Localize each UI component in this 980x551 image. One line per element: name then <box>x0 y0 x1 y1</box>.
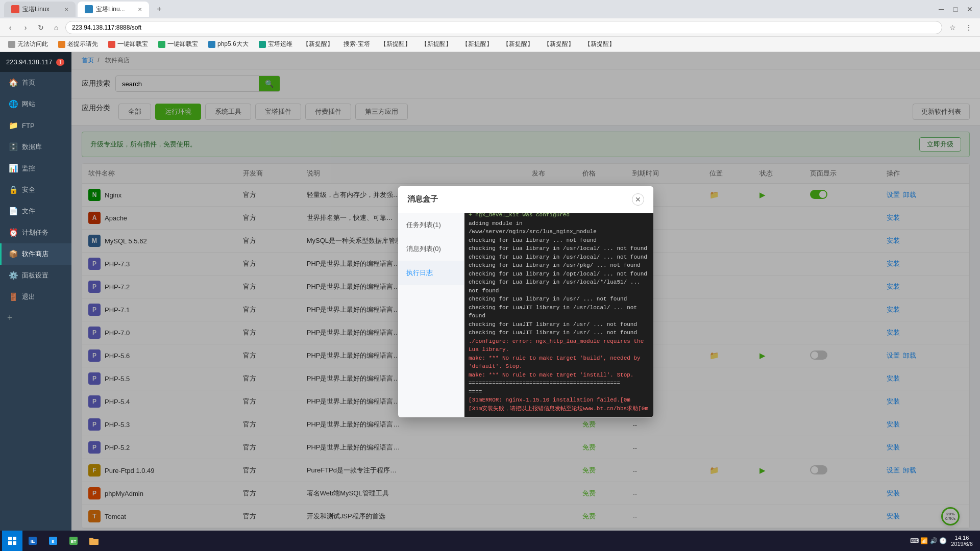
log-line: adding module in /www/server/nginx/src/l… <box>469 219 649 236</box>
address-bar[interactable] <box>65 21 942 34</box>
software-icon: 📦 <box>9 249 18 259</box>
restore-button[interactable]: □ <box>949 3 962 15</box>
taskbar-icon-3[interactable]: BT <box>64 532 83 550</box>
browser-tab-2[interactable]: 宝塔Linu... ✕ <box>78 2 149 17</box>
browser-chrome: 宝塔Linux ✕ 宝塔Linu... ✕ + ─ □ ✕ ‹ › ↻ ⌂ ☆ … <box>0 0 980 37</box>
tab-close-2[interactable]: ✕ <box>138 7 142 12</box>
sidebar-item-software[interactable]: 📦 软件商店 <box>0 243 71 265</box>
sidebar-item-logout[interactable]: 🚪 退出 <box>0 286 71 308</box>
svg-rect-0 <box>8 537 12 540</box>
taskbar-icon-1[interactable]: IE <box>23 532 42 550</box>
taskbar: IE E BT ⌨ 📶 🔊 🕐 14:16 2019/6/6 <box>0 531 980 551</box>
modal-close-button[interactable]: ✕ <box>632 193 644 206</box>
taskbar-icon-folder[interactable] <box>85 532 103 550</box>
content-area: 首页 / 软件商店 应用搜索 🔍 应用分类 全部 运行环境 系统工具 宝塔插件 … <box>71 52 980 551</box>
sidebar-item-ftp[interactable]: 📁 FTP <box>0 115 71 136</box>
refresh-button[interactable]: ↻ <box>35 21 47 34</box>
modal-body: 任务列表(1) 消息列表(0) 执行日志 checking for POSIX … <box>398 213 653 417</box>
back-button[interactable]: ‹ <box>4 21 16 34</box>
log-line: checking for Lua library in /usr/local/ … <box>469 244 649 253</box>
start-button[interactable] <box>2 531 22 551</box>
log-line: checking for Lua library in /usr/ ... no… <box>469 295 649 304</box>
log-line: checking for Lua library ... not found <box>469 236 649 245</box>
svg-rect-2 <box>8 541 12 545</box>
forward-button[interactable]: › <box>19 21 32 34</box>
modal-nav-log[interactable]: 执行日志 <box>398 261 464 285</box>
browser-nav: ‹ › ↻ ⌂ ☆ ⋮ <box>0 18 980 37</box>
bookmark-14[interactable]: 【新提醒】 <box>580 38 619 50</box>
sidebar-item-database[interactable]: 🗄️ 数据库 <box>0 136 71 158</box>
bk-icon-1 <box>8 41 15 48</box>
minimize-button[interactable]: ─ <box>935 3 947 15</box>
modal-overlay[interactable]: 消息盒子 ✕ 任务列表(1) 消息列表(0) 执行日志 checking for… <box>71 52 980 551</box>
svg-rect-3 <box>13 541 16 545</box>
bookmark-1[interactable]: 无法访问此 <box>4 38 52 50</box>
log-output[interactable]: checking for POSIX semaphores in libpthr… <box>464 213 653 417</box>
folder-taskbar-icon <box>89 536 99 546</box>
taskbar-icons-systray: ⌨ 📶 🔊 🕐 <box>910 537 947 544</box>
modal-dialog: 消息盒子 ✕ 任务列表(1) 消息列表(0) 执行日志 checking for… <box>398 186 653 417</box>
bookmark-10[interactable]: 【新提醒】 <box>417 38 456 50</box>
log-line: checking for Lua library in /opt/local/ … <box>469 270 649 279</box>
sidebar-label-cron: 计划任务 <box>22 228 48 237</box>
bookmark-9[interactable]: 【新提醒】 <box>376 38 415 50</box>
server-badge: 1 <box>56 59 64 66</box>
sidebar-item-website[interactable]: 🌐 网站 <box>0 93 71 115</box>
tab-label-1: 宝塔Linux <box>22 5 50 14</box>
sidebar: 223.94.138.117 1 🏠 首页 🌐 网站 📁 FTP 🗄️ 数据库 … <box>0 52 71 551</box>
nav-icons: ☆ ⋮ <box>945 20 976 35</box>
bookmark-6[interactable]: 宝塔运维 <box>255 38 297 50</box>
sidebar-add-button[interactable]: + <box>0 308 71 329</box>
log-line: + ngx_devel_kit was configured <box>469 213 649 219</box>
browser-titlebar: 宝塔Linux ✕ 宝塔Linu... ✕ + ─ □ ✕ <box>0 0 980 18</box>
bookmark-11[interactable]: 【新提醒】 <box>458 38 497 50</box>
modal-sidebar: 任务列表(1) 消息列表(0) 执行日志 <box>398 213 464 417</box>
sidebar-label-security: 安全 <box>22 185 35 194</box>
svg-text:E: E <box>52 539 55 544</box>
log-line: make: *** No rule to make target 'instal… <box>469 371 649 380</box>
website-icon: 🌐 <box>9 99 18 109</box>
bookmark-8[interactable]: 搜索-宝塔 <box>339 38 374 50</box>
log-line: ==== <box>469 388 649 396</box>
close-window-button[interactable]: ✕ <box>964 3 976 15</box>
bookmark-5[interactable]: php5.6大大 <box>204 38 253 50</box>
sidebar-header: 223.94.138.117 1 <box>0 52 71 72</box>
tab-icon-2 <box>85 5 93 13</box>
bk-icon-4 <box>158 41 165 48</box>
sidebar-item-home[interactable]: 🏠 首页 <box>0 72 71 93</box>
bk-icon-2 <box>58 41 65 48</box>
browser-tab-1[interactable]: 宝塔Linux ✕ <box>4 2 76 17</box>
bookmark-3[interactable]: 一键卸载宝 <box>104 38 152 50</box>
sidebar-item-monitor[interactable]: 📊 监控 <box>0 158 71 179</box>
modal-log-content: checking for POSIX semaphores in libpthr… <box>464 213 653 417</box>
sidebar-item-panel-settings[interactable]: ⚙️ 面板设置 <box>0 265 71 286</box>
bookmark-7[interactable]: 【新提醒】 <box>299 38 337 50</box>
new-tab-button[interactable]: + <box>153 3 165 15</box>
bookmark-button[interactable]: ☆ <box>945 20 960 35</box>
tab-icon-1 <box>11 5 19 13</box>
logout-icon: 🚪 <box>9 292 18 302</box>
sidebar-item-security[interactable]: 🔒 安全 <box>0 179 71 201</box>
sidebar-label-home: 首页 <box>22 78 35 87</box>
taskbar-right: ⌨ 📶 🔊 🕐 14:16 2019/6/6 <box>910 535 978 547</box>
bookmark-2[interactable]: 老提示请先 <box>54 38 102 50</box>
bk-icon-5 <box>208 41 215 48</box>
svg-text:BT: BT <box>71 539 77 544</box>
modal-nav-messages[interactable]: 消息列表(0) <box>398 237 464 261</box>
server-address: 223.94.138.117 <box>6 58 52 66</box>
bookmark-12[interactable]: 【新提醒】 <box>499 38 537 50</box>
bk-icon-3 <box>108 41 115 48</box>
modal-nav-tasks[interactable]: 任务列表(1) <box>398 213 464 237</box>
tab-close-1[interactable]: ✕ <box>64 7 68 12</box>
sidebar-item-files[interactable]: 📄 文件 <box>0 201 71 222</box>
home-button[interactable]: ⌂ <box>50 21 62 34</box>
taskbar-icon-2-svg: E <box>48 536 58 546</box>
monitor-icon: 📊 <box>9 164 18 173</box>
sidebar-item-cron[interactable]: ⏰ 计划任务 <box>0 222 71 243</box>
cron-icon: ⏰ <box>9 228 18 237</box>
bookmark-13[interactable]: 【新提醒】 <box>540 38 578 50</box>
bookmark-4[interactable]: 一键卸载宝 <box>154 38 202 50</box>
taskbar-icon-2[interactable]: E <box>44 532 62 550</box>
security-icon: 🔒 <box>9 185 18 194</box>
settings-button[interactable]: ⋮ <box>962 20 976 35</box>
